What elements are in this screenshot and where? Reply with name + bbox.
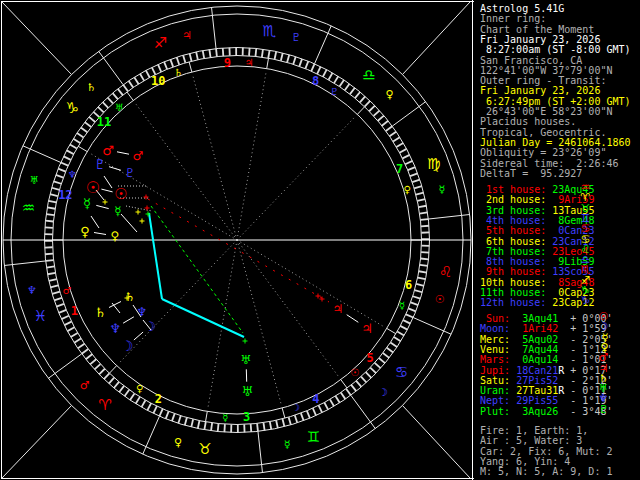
degree-tick: [305, 61, 308, 68]
neptune-inner-icon: ♆: [137, 305, 148, 319]
degree-tick: [403, 320, 410, 323]
house-cusp-ray: [237, 240, 385, 327]
degree-tick: [224, 424, 225, 432]
house-cusp-tick: [78, 146, 87, 151]
degree-tick: [198, 421, 200, 429]
degree-tick: [52, 292, 60, 294]
degree-tick: [374, 111, 380, 116]
degree-tick: [67, 327, 74, 331]
pair-connector: [109, 167, 121, 171]
degree-tick: [323, 70, 327, 77]
sign-ruler-icon: ☽: [378, 386, 388, 399]
sign-ruler-icon: ♀: [385, 88, 393, 101]
house-ruler-icon: ♆: [68, 169, 77, 180]
degree-tick: [136, 397, 140, 404]
sign-ruler-icon: ♀: [174, 436, 182, 449]
degree-tick: [408, 308, 415, 311]
house-cusp-tick: [282, 408, 285, 418]
degree-tick: [311, 64, 314, 71]
degree-tick: [345, 84, 350, 90]
degree-tick: [416, 284, 424, 286]
degree-tick: [74, 338, 81, 342]
venus-outer-icon: ♀: [80, 224, 90, 239]
planet-row: Plut: 3Aqu26 - 3°48'♇: [480, 407, 612, 417]
house-cusp-tick: [267, 58, 269, 68]
aspect-line: [148, 199, 329, 302]
degree-tick: [141, 400, 145, 407]
degree-tick: [350, 88, 355, 94]
corner-line: [402, 405, 470, 478]
house-number: 4: [312, 392, 319, 406]
degree-tick: [159, 409, 162, 416]
degree-tick: [46, 214, 54, 215]
mars-outer-icon: ♂: [102, 143, 114, 158]
degree-tick: [299, 59, 302, 67]
pisces-sign-icon: ♓: [34, 307, 47, 325]
chart-wheel[interactable]: ♈♂♉♀♊☿♋☽♌☉♍☿♎♀♏♇♐♃♑♄♒♅♓♆1♂2♀3☿4☽5☉6☿7♀8♇…: [0, 0, 474, 480]
degree-tick: [360, 96, 365, 102]
saturn-outer-icon: ♄: [94, 305, 106, 320]
degree-tick: [209, 49, 210, 57]
degree-tick: [99, 369, 105, 375]
degree-tick: [56, 304, 64, 307]
degree-tick: [370, 368, 376, 374]
degree-tick: [416, 193, 424, 195]
sign-icon: ♑: [581, 296, 591, 306]
degree-tick: [307, 411, 310, 418]
degree-tick: [45, 227, 53, 228]
degree-tick: [275, 52, 277, 60]
pair-connector: [123, 317, 134, 323]
degree-tick: [170, 59, 173, 67]
degree-tick: [379, 358, 385, 363]
moon-inner-icon: ☽: [144, 319, 156, 334]
degree-tick: [153, 406, 156, 413]
house-cusp-ray: [89, 153, 237, 240]
degree-tick: [46, 266, 54, 267]
aries-sign-icon: ♈: [98, 396, 111, 414]
degree-tick: [341, 393, 346, 400]
degree-tick: [113, 93, 118, 99]
degree-tick: [268, 50, 269, 58]
degree-tick: [54, 181, 62, 183]
degree-tick: [158, 64, 161, 71]
degree-tick: [177, 57, 180, 65]
degree-tick: [295, 415, 298, 423]
degree-tick: [90, 359, 96, 364]
degree-tick: [270, 422, 271, 430]
degree-tick: [369, 106, 375, 112]
degree-tick: [48, 273, 56, 274]
pair-connector: [347, 315, 359, 323]
degree-tick: [276, 420, 278, 428]
degree-tick: [334, 76, 338, 83]
degree-tick: [211, 423, 212, 431]
degree-tick: [346, 389, 351, 395]
degree-tick: [317, 67, 320, 74]
degree-tick: [255, 48, 256, 56]
degree-tick: [191, 419, 193, 427]
aquarius-sign-icon: ♒: [22, 199, 35, 217]
degree-tick: [356, 381, 361, 387]
sign-ruler-icon: ♅: [29, 174, 39, 187]
uranus-outer-icon: ♅: [241, 384, 253, 399]
degree-tick: [64, 156, 71, 159]
degree-tick: [67, 150, 74, 154]
degree-tick: [287, 55, 289, 63]
degree-tick: [166, 411, 169, 418]
degree-tick: [396, 143, 403, 147]
corner-line: [2, 2, 72, 75]
degree-tick: [118, 89, 123, 95]
degree-tick: [78, 344, 85, 349]
degree-tick: [49, 201, 57, 203]
degree-tick: [375, 363, 381, 368]
sun-outer-icon: ☉: [86, 178, 100, 197]
sign-ruler-icon: ♆: [27, 284, 37, 297]
uranus-inner-icon: ♅: [241, 353, 252, 367]
degree-tick: [289, 417, 291, 425]
degree-tick: [412, 180, 420, 183]
degree-tick: [164, 62, 167, 69]
gemini-sign-icon: ♊: [307, 428, 320, 446]
info-sidebar: Astrolog 5.41GInner ring:Chart of the Mo…: [474, 0, 640, 480]
house-ruler-icon: ☽: [291, 402, 300, 413]
degree-tick: [408, 167, 415, 170]
degree-tick: [390, 343, 397, 347]
